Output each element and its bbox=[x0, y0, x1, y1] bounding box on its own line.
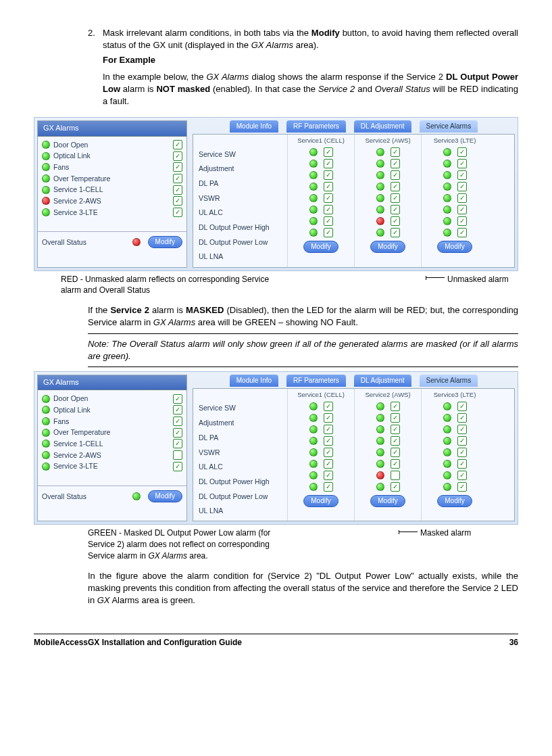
checkbox-icon[interactable]: ✓ bbox=[457, 402, 467, 411]
checkbox-icon[interactable]: ✓ bbox=[391, 159, 400, 168]
checkbox-icon[interactable]: ✓ bbox=[324, 159, 333, 168]
led-icon bbox=[443, 414, 451, 422]
checkbox-icon[interactable]: ✓ bbox=[324, 425, 333, 434]
checkbox-icon[interactable]: ✓ bbox=[457, 216, 467, 226]
checkbox-icon[interactable]: ✓ bbox=[391, 205, 400, 214]
checkbox-icon[interactable]: ✓ bbox=[391, 147, 400, 157]
tab-dl-adjustment[interactable]: DL Adjustment bbox=[354, 375, 411, 387]
checkbox-icon[interactable]: ✓ bbox=[173, 185, 182, 195]
checkbox-icon[interactable]: ✓ bbox=[324, 402, 333, 411]
modify-button[interactable]: Modify bbox=[437, 241, 472, 253]
checkbox-icon[interactable]: ✓ bbox=[391, 170, 400, 180]
tab-dl-adjustment[interactable]: DL Adjustment bbox=[354, 120, 411, 133]
tab-module-info[interactable]: Module Info bbox=[230, 375, 278, 387]
checkbox-icon[interactable]: ✓ bbox=[457, 413, 467, 423]
modify-button[interactable]: Modify bbox=[303, 241, 338, 253]
led-icon bbox=[309, 183, 318, 191]
checkbox-icon[interactable]: ✓ bbox=[457, 193, 467, 203]
checkbox-icon[interactable]: ✓ bbox=[173, 196, 182, 206]
led-icon bbox=[42, 417, 50, 425]
checkbox-icon[interactable]: ✓ bbox=[324, 205, 333, 214]
led-icon bbox=[376, 194, 384, 202]
checkbox-icon[interactable]: ✓ bbox=[391, 448, 400, 457]
tab-service-alarms[interactable]: Service Alarms bbox=[420, 120, 478, 133]
led-icon bbox=[309, 206, 318, 214]
screenshot-1: GX Alarms Door Open✓ Optical Link✓ Fans✓… bbox=[34, 117, 518, 271]
checkbox-icon[interactable]: ✓ bbox=[324, 413, 333, 423]
led-icon bbox=[309, 217, 318, 225]
alarm-list: Door Open✓ Optical Link✓ Fans✓ Over Temp… bbox=[38, 137, 186, 220]
checkbox-icon[interactable]: ✓ bbox=[457, 205, 467, 214]
checkbox-icon[interactable]: ✓ bbox=[391, 471, 400, 480]
checkbox-icon[interactable]: ✓ bbox=[457, 471, 467, 480]
led-icon bbox=[42, 197, 50, 205]
modify-button[interactable]: Modify bbox=[148, 490, 182, 502]
checkbox-icon[interactable]: ✓ bbox=[457, 459, 467, 469]
checkbox-icon[interactable]: ✓ bbox=[324, 436, 333, 446]
checkbox-icon[interactable]: ✓ bbox=[457, 182, 467, 191]
tab-rf-parameters[interactable]: RF Parameters bbox=[286, 375, 346, 387]
divider bbox=[88, 333, 518, 334]
checkbox-icon[interactable]: ✓ bbox=[391, 459, 400, 469]
checkbox-icon[interactable]: ✓ bbox=[173, 394, 182, 404]
checkbox-icon[interactable]: ✓ bbox=[391, 182, 400, 191]
led-icon bbox=[42, 186, 50, 194]
checkbox-icon[interactable]: ✓ bbox=[457, 448, 467, 457]
checkbox-icon[interactable]: ✓ bbox=[324, 170, 333, 180]
modify-button[interactable]: Modify bbox=[370, 241, 405, 253]
tab-service-alarms[interactable]: Service Alarms bbox=[420, 375, 478, 387]
modify-button[interactable]: Modify bbox=[303, 495, 338, 507]
annotation-left-1: RED - Unmasked alarm reflects on corresp… bbox=[61, 274, 270, 297]
checkbox-icon[interactable]: ✓ bbox=[391, 228, 400, 237]
checkbox-icon[interactable]: ✓ bbox=[173, 174, 182, 183]
modify-button[interactable]: Modify bbox=[437, 495, 472, 507]
checkbox-icon[interactable]: ✓ bbox=[457, 147, 467, 157]
checkbox-icon[interactable]: ✓ bbox=[324, 216, 333, 226]
tab-module-info[interactable]: Module Info bbox=[230, 120, 278, 133]
checkbox-icon[interactable]: ✓ bbox=[173, 428, 182, 438]
checkbox-icon[interactable]: ✓ bbox=[173, 450, 182, 460]
checkbox-icon[interactable]: ✓ bbox=[391, 482, 400, 492]
checkbox-icon[interactable]: ✓ bbox=[324, 193, 333, 203]
led-icon bbox=[443, 148, 451, 156]
checkbox-icon[interactable]: ✓ bbox=[324, 228, 333, 237]
right-area: Module Info RF Parameters DL Adjustment … bbox=[193, 375, 515, 522]
checkbox-icon[interactable]: ✓ bbox=[457, 436, 467, 446]
checkbox-icon[interactable]: ✓ bbox=[324, 471, 333, 480]
tab-rf-parameters[interactable]: RF Parameters bbox=[286, 120, 346, 133]
checkbox-icon[interactable]: ✓ bbox=[173, 405, 182, 415]
checkbox-icon[interactable]: ✓ bbox=[324, 448, 333, 457]
led-icon bbox=[376, 160, 384, 168]
checkbox-icon[interactable]: ✓ bbox=[457, 170, 467, 180]
led-icon bbox=[309, 402, 318, 410]
checkbox-icon[interactable]: ✓ bbox=[324, 182, 333, 191]
note-paragraph: Note: The Overall Status alarm will only… bbox=[88, 338, 518, 362]
led-icon bbox=[376, 425, 384, 433]
checkbox-icon[interactable]: ✓ bbox=[457, 425, 467, 434]
led-icon bbox=[42, 451, 50, 459]
footer-title: MobileAccessGX Installation and Configur… bbox=[34, 637, 242, 648]
checkbox-icon[interactable]: ✓ bbox=[173, 439, 182, 448]
checkbox-icon[interactable]: ✓ bbox=[391, 193, 400, 203]
checkbox-icon[interactable]: ✓ bbox=[173, 162, 182, 172]
checkbox-icon[interactable]: ✓ bbox=[173, 151, 182, 161]
checkbox-icon[interactable]: ✓ bbox=[391, 436, 400, 446]
checkbox-icon[interactable]: ✓ bbox=[457, 228, 467, 237]
checkbox-icon[interactable]: ✓ bbox=[457, 482, 467, 492]
checkbox-icon[interactable]: ✓ bbox=[173, 140, 182, 149]
led-icon bbox=[443, 437, 451, 445]
checkbox-icon[interactable]: ✓ bbox=[391, 425, 400, 434]
checkbox-icon[interactable]: ✓ bbox=[391, 413, 400, 423]
checkbox-icon[interactable]: ✓ bbox=[391, 402, 400, 411]
modify-button[interactable]: Modify bbox=[370, 495, 405, 507]
checkbox-icon[interactable]: ✓ bbox=[173, 208, 182, 217]
checkbox-icon[interactable]: ✓ bbox=[324, 482, 333, 492]
checkbox-icon[interactable]: ✓ bbox=[173, 417, 182, 426]
modify-button[interactable]: Modify bbox=[148, 236, 182, 248]
checkbox-icon[interactable]: ✓ bbox=[324, 147, 333, 157]
checkbox-icon[interactable]: ✓ bbox=[391, 216, 400, 226]
checkbox-icon[interactable]: ✓ bbox=[457, 159, 467, 168]
panel-title: GX Alarms bbox=[38, 375, 186, 390]
checkbox-icon[interactable]: ✓ bbox=[173, 462, 182, 471]
checkbox-icon[interactable]: ✓ bbox=[324, 459, 333, 469]
